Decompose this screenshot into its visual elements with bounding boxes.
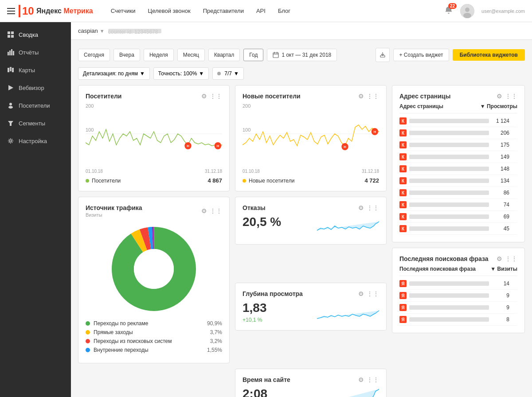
- traffic-source-controls: ⚙ ⋮⋮: [201, 207, 222, 214]
- page-address-row-1: К 1 124: [399, 115, 517, 127]
- new-visitors-date-end: 31.12.18: [362, 169, 379, 174]
- last-search-drag-icon[interactable]: ⋮⋮: [505, 255, 517, 262]
- sidebar-item-visitors[interactable]: Посетители: [0, 97, 71, 114]
- pie-legend-item-4: Внутренние переходы 1,55%: [86, 347, 222, 353]
- pie-label-2: Прямые заходы: [94, 329, 133, 335]
- svg-point-20: [10, 140, 12, 142]
- bounce-stat: 20,5 %: [243, 215, 379, 237]
- sidebar: Сводка Отчёты Карты Вебвизор Посетители …: [0, 22, 71, 397]
- traffic-settings-icon[interactable]: ⚙: [201, 207, 207, 214]
- new-visitors-legend-dot: [243, 179, 246, 183]
- time-settings-icon[interactable]: ⚙: [358, 376, 364, 383]
- map-icon: [7, 66, 14, 74]
- sidebar-item-settings[interactable]: Настройка: [0, 132, 71, 150]
- sub-header: caspian ▼ counter id: 12345678: [71, 22, 532, 40]
- export-icon: [379, 52, 386, 58]
- yandex-icon-3: Я: [399, 304, 407, 311]
- last-search-col-phrase: Последняя поисковая фраза: [399, 266, 476, 272]
- header: 10 Яндекс Метрика Счетчики Целевой звоно…: [0, 0, 532, 22]
- sidebar-item-segments[interactable]: Сегменты: [0, 114, 71, 132]
- page-row-val-2: 206: [492, 130, 509, 136]
- page-row-url-8: [409, 202, 489, 207]
- svg-text:10: 10: [22, 5, 34, 17]
- new-visitors-chart: H H: [243, 109, 379, 163]
- bounce-card: Отказы ⚙ ⋮⋮ 20,5 %: [235, 197, 387, 245]
- new-visitors-settings-icon[interactable]: ⚙: [358, 93, 364, 100]
- svg-point-3: [465, 8, 469, 12]
- bounce-drag-icon[interactable]: ⋮⋮: [367, 204, 379, 211]
- svg-text:H: H: [217, 144, 219, 148]
- visitors-legend-value: 4 867: [207, 177, 222, 184]
- depth-settings-icon[interactable]: ⚙: [358, 290, 364, 297]
- visitors-legend-label: Посетители: [92, 178, 121, 184]
- sidebar-label-svodka: Сводка: [19, 31, 38, 38]
- period-year[interactable]: Год: [243, 49, 263, 61]
- counter-name-selector[interactable]: caspian ▼: [78, 27, 105, 34]
- svg-rect-8: [11, 35, 14, 38]
- nav-api[interactable]: API: [256, 8, 266, 14]
- time-drag-icon[interactable]: ⋮⋮: [367, 376, 379, 383]
- period-week[interactable]: Неделя: [144, 49, 174, 61]
- pie-dot-1: [86, 321, 90, 326]
- export-button[interactable]: [376, 48, 390, 62]
- page-row-url-9: [409, 214, 489, 219]
- period-quarter[interactable]: Квартал: [208, 49, 240, 61]
- page-row-url-3: [409, 143, 489, 147]
- date-range-picker[interactable]: 1 окт — 31 дек 2018: [267, 49, 337, 61]
- depth-drag-icon[interactable]: ⋮⋮: [367, 290, 379, 297]
- time-card: Время на сайте ⚙ ⋮⋮ 2:08 +7,29 %: [235, 369, 387, 397]
- detail-toolbar: Детализация: по дням ▼ Точность: 100% ▼ …: [78, 67, 525, 85]
- hamburger-button[interactable]: [7, 8, 15, 14]
- bounce-settings-icon[interactable]: ⚙: [358, 204, 364, 211]
- page-row-val-4: 149: [492, 154, 509, 160]
- last-search-settings-icon[interactable]: ⚙: [497, 255, 502, 262]
- pie-label-3: Переходы из поисковых систем: [94, 338, 172, 344]
- calendar-icon: [273, 52, 279, 58]
- library-button[interactable]: Библиотека виджетов: [453, 49, 525, 61]
- last-search-card: Последняя поисковая фраза ⚙ ⋮⋮ Последняя…: [392, 248, 525, 333]
- sidebar-item-webvisor[interactable]: Вебвизор: [0, 79, 71, 97]
- detail-label: Детализация: по дням: [83, 70, 138, 77]
- nav-blog[interactable]: Блог: [278, 8, 290, 14]
- detail-button[interactable]: Детализация: по дням ▼: [78, 67, 150, 80]
- nav-representatives[interactable]: Представители: [203, 8, 244, 14]
- period-yesterday[interactable]: Вчера: [113, 49, 140, 61]
- page-row-icon-9: К: [399, 213, 407, 220]
- page-address-drag-icon[interactable]: ⋮⋮: [505, 93, 517, 100]
- new-visitors-drag-icon[interactable]: ⋮⋮: [367, 93, 379, 100]
- visitors-settings-icon[interactable]: ⚙: [201, 93, 207, 100]
- create-widget-button[interactable]: + Создать виджет: [393, 49, 449, 61]
- notification-count: 22: [448, 3, 457, 9]
- period-month[interactable]: Месяц: [177, 49, 205, 61]
- period-today[interactable]: Сегодня: [78, 49, 110, 61]
- page-row-val-6: 134: [492, 178, 509, 184]
- accuracy-button[interactable]: Точность: 100% ▼: [153, 67, 209, 80]
- visitors-date-end: 31.12.18: [205, 169, 222, 174]
- sidebar-item-maps[interactable]: Карты: [0, 61, 71, 79]
- svg-rect-7: [8, 35, 10, 38]
- page-address-row-2: К 206: [399, 127, 517, 139]
- search-row-val-1: 14: [492, 280, 509, 287]
- svg-point-18: [8, 106, 13, 109]
- visitors-legend-dot: [86, 179, 89, 183]
- traffic-drag-icon[interactable]: ⋮⋮: [210, 207, 222, 214]
- svg-point-42: [134, 249, 174, 289]
- sidebar-item-reports[interactable]: Отчёты: [0, 43, 71, 61]
- logo-icon: 10: [19, 5, 35, 17]
- page-address-row-5: К 148: [399, 163, 517, 175]
- page-row-icon-2: К: [399, 129, 407, 136]
- page-address-settings-icon[interactable]: ⚙: [497, 93, 502, 100]
- sidebar-item-svodka[interactable]: Сводка: [0, 26, 71, 43]
- page-row-val-1: 1 124: [492, 118, 509, 124]
- user-avatar[interactable]: [460, 4, 474, 18]
- svg-text:H: H: [187, 144, 189, 148]
- new-visitors-date-start: 01.10.18: [243, 169, 260, 174]
- segments-button[interactable]: 7/7 ▼: [212, 67, 244, 80]
- page-address-table-header: Адрес страницы ▼ Просмотры: [399, 103, 517, 113]
- notification-bell[interactable]: 22: [444, 6, 453, 16]
- svg-marker-16: [8, 85, 13, 90]
- pie-chart-container: [86, 225, 222, 313]
- nav-target-call[interactable]: Целевой звонок: [148, 8, 191, 14]
- visitors-drag-icon[interactable]: ⋮⋮: [210, 93, 222, 100]
- nav-counters[interactable]: Счетчики: [111, 8, 136, 14]
